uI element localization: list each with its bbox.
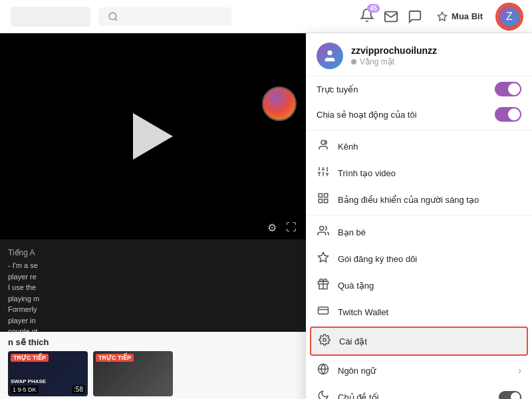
menu-divider-2 — [306, 215, 532, 216]
score-badge-1: 1 9-5 DK — [11, 386, 39, 394]
svg-point-4 — [321, 140, 325, 144]
status-dot — [351, 59, 356, 65]
bang-dieu-khien-label: Bảng điều khiển của người sáng tạo — [338, 195, 521, 205]
notif-count-badge: 45 — [367, 4, 380, 13]
kenh-label: Kênh — [338, 142, 521, 152]
online-label: Trực tuyến — [317, 84, 358, 94]
play-button-icon — [133, 113, 173, 160]
cai-dat-icon — [318, 334, 331, 348]
channel-avatar — [262, 86, 297, 121]
notification-icon[interactable]: 45 — [360, 8, 374, 25]
svg-rect-16 — [325, 200, 328, 203]
menu-item-bang-dieu-khien[interactable]: Bảng điều khiển của người sáng tạo — [306, 186, 532, 213]
dropdown-user-info: zzvipprochuoilunzz Vắng mặt — [306, 33, 532, 76]
chu-de-toi-icon — [317, 390, 330, 399]
video-section: ⚙ ⛶ Tiếng A - I'm a se player re I use t… — [0, 33, 306, 399]
chu-de-toi-label: Chủ đề tối — [338, 392, 491, 400]
mua-bit-label: Mua Bit — [452, 11, 483, 21]
qua-tang-label: Quà tặng — [338, 281, 521, 291]
video-player[interactable]: ⚙ ⛶ — [0, 33, 306, 239]
avatar-initial: Z — [506, 11, 513, 23]
messages-icon[interactable] — [384, 9, 398, 24]
dropdown-status: Vắng mặt — [351, 57, 437, 66]
settings-icon[interactable]: ⚙ — [267, 221, 277, 234]
trinh-tao-video-label: Trình tạo video — [338, 168, 521, 178]
search-icon — [108, 11, 118, 22]
rec-thumb-1[interactable]: TRỰC TIẾP SWAP PHASE 1 9-5 DK :58 — [8, 351, 88, 396]
menu-item-trinh-tao-video[interactable]: Trình tạo video — [306, 160, 532, 186]
qua-tang-icon — [317, 278, 330, 293]
activity-toggle[interactable] — [495, 107, 521, 122]
topbar-left — [11, 7, 231, 27]
recommendations-section: n sẽ thích TRỰC TIẾP SWAP PHASE 1 9-5 DK… — [0, 332, 306, 399]
video-controls: ⚙ ⛶ — [267, 221, 297, 234]
channel-info — [253, 86, 306, 121]
svg-point-18 — [320, 226, 324, 230]
dark-theme-toggle[interactable] — [499, 391, 521, 399]
status-label: Vắng mặt — [360, 57, 394, 66]
ngon-ngu-chevron-icon: › — [518, 365, 521, 376]
activity-label: Chia sẻ hoạt động của tôi — [317, 110, 417, 120]
menu-item-qua-tang[interactable]: Quà tặng — [306, 272, 532, 299]
svg-rect-17 — [319, 200, 322, 203]
menu-item-chu-de-toi[interactable]: Chủ đề tối — [306, 384, 532, 399]
search-bar[interactable] — [98, 7, 231, 26]
dropdown-avatar — [317, 43, 343, 69]
dropdown-username: zzvipprochuoilunzz — [351, 45, 437, 56]
svg-point-0 — [109, 13, 116, 20]
svg-marker-2 — [438, 12, 446, 21]
goi-dang-ky-icon — [317, 251, 330, 266]
ban-be-icon — [317, 225, 330, 239]
rec-thumbnails: TRỰC TIẾP SWAP PHASE 1 9-5 DK :58 TRỰC T… — [8, 351, 298, 396]
kenh-icon — [317, 139, 330, 154]
cai-dat-label: Cài đặt — [339, 336, 520, 346]
fullscreen-icon[interactable]: ⛶ — [286, 221, 297, 234]
ngon-ngu-label: Ngôn ngữ — [338, 366, 510, 376]
ngon-ngu-icon — [317, 363, 330, 378]
live-badge-1: TRỰC TIẾP — [11, 354, 49, 362]
twitch-wallet-label: Twitch Wallet — [338, 307, 521, 317]
rec-label: n sẽ thích — [8, 337, 298, 347]
menu-item-twitch-wallet[interactable]: Twitch Wallet — [306, 299, 532, 325]
menu-item-kenh[interactable]: Kênh — [306, 133, 532, 160]
ban-be-label: Bạn bè — [338, 227, 521, 237]
svg-rect-22 — [319, 307, 329, 315]
svg-rect-15 — [325, 194, 328, 197]
online-toggle[interactable] — [495, 82, 521, 96]
menu-item-ngon-ngu[interactable]: Ngôn ngữ › — [306, 357, 532, 384]
logo — [11, 7, 90, 27]
menu-item-goi-dang-ky[interactable]: Gói đăng ký theo dõi — [306, 245, 532, 272]
live-badge-2: TRỰC TIẾP — [96, 354, 134, 362]
svg-marker-19 — [319, 253, 329, 262]
menu-item-ban-be[interactable]: Bạn bè — [306, 219, 532, 245]
user-avatar-button[interactable]: Z — [497, 5, 521, 29]
twitch-wallet-icon — [317, 305, 330, 319]
main-content: ⚙ ⛶ Tiếng A - I'm a se player re I use t… — [0, 33, 532, 399]
language-label: Tiếng A — [8, 248, 298, 257]
trinh-tao-video-icon — [317, 166, 330, 180]
activity-toggle-row[interactable]: Chia sẻ hoạt động của tôi — [306, 102, 532, 127]
online-toggle-row[interactable]: Trực tuyến — [306, 76, 532, 102]
svg-point-24 — [323, 338, 327, 342]
chat-icon[interactable] — [408, 9, 422, 24]
svg-line-1 — [115, 19, 117, 21]
svg-rect-14 — [319, 194, 322, 197]
dropdown-user-details: zzvipprochuoilunzz Vắng mặt — [351, 45, 437, 66]
user-dropdown-menu: zzvipprochuoilunzz Vắng mặt Trực tuyến C… — [306, 33, 532, 399]
menu-item-cai-dat[interactable]: Cài đặt — [310, 327, 528, 356]
topbar: 45 Mua Bit Z — [0, 0, 532, 33]
bang-dieu-khien-icon — [317, 192, 330, 207]
goi-dang-ky-label: Gói đăng ký theo dõi — [338, 254, 521, 264]
duration-badge-1: :58 — [72, 385, 85, 394]
rec-thumb-2[interactable]: TRỰC TIẾP — [93, 351, 173, 396]
mua-bit-button[interactable]: Mua Bit — [432, 9, 488, 25]
svg-point-3 — [327, 51, 332, 55]
topbar-right: 45 Mua Bit Z — [360, 5, 521, 29]
game-title-1: SWAP PHASE — [11, 378, 46, 384]
menu-divider-1 — [306, 130, 532, 130]
